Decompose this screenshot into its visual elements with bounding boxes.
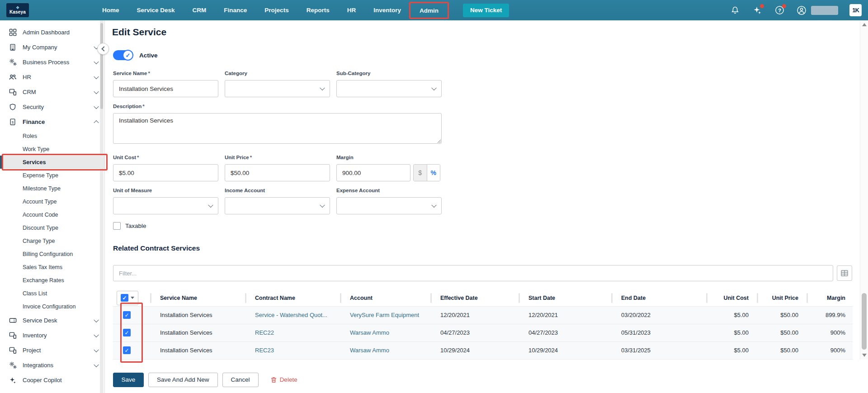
income-account-select[interactable] — [225, 197, 330, 214]
chevron-left-icon — [101, 46, 106, 51]
nav-inventory[interactable]: Inventory — [373, 7, 401, 14]
account-link[interactable]: VerySure Farm Equipment — [350, 312, 419, 318]
kaseya-k-icon[interactable]: 1K — [849, 4, 862, 16]
margin-input[interactable] — [336, 164, 410, 181]
sidebar-scrollbar-thumb[interactable] — [100, 23, 103, 109]
sidebar-item-cooper-copilot[interactable]: Cooper Copilot — [0, 373, 104, 388]
margin-dollar-button[interactable]: $ — [414, 165, 427, 181]
sidebar-item-milestone-type[interactable]: Milestone Type — [0, 182, 104, 195]
account-link[interactable]: Warsaw Ammo — [350, 329, 389, 336]
nav-finance[interactable]: Finance — [224, 7, 247, 14]
sidebar-item-class-list[interactable]: Class List — [0, 287, 104, 300]
copilot-sparkles-icon[interactable] — [752, 5, 763, 16]
nav-home[interactable]: Home — [102, 7, 119, 14]
row-checkbox[interactable]: ✓ — [123, 329, 131, 336]
col-end-date[interactable]: End Date — [610, 290, 705, 306]
nav-reports[interactable]: Reports — [307, 7, 330, 14]
cell-account: Warsaw Ammo — [339, 324, 429, 341]
nav-admin[interactable]: Admin — [420, 7, 439, 14]
page-scrollbar[interactable] — [860, 20, 868, 360]
select-all-checkbox[interactable]: ✓ — [121, 294, 128, 302]
sidebar-item-invoice-configuration[interactable]: Invoice Configuration — [0, 300, 104, 313]
description-textarea[interactable]: Installation Services — [113, 113, 442, 144]
save-and-add-new-button[interactable]: Save And Add New — [148, 373, 218, 387]
sidebar-item-expense-type[interactable]: Expense Type — [0, 169, 104, 182]
active-toggle-label: Active — [139, 52, 158, 59]
sidebar-item-admin-dashboard[interactable]: Admin Dashboard — [0, 25, 104, 40]
nav-crm[interactable]: CRM — [193, 7, 207, 14]
sidebar-item-finance[interactable]: $ Finance — [0, 114, 104, 129]
sidebar-item-billing-configuration[interactable]: Billing Configuration — [0, 247, 104, 260]
contract-link[interactable]: REC22 — [255, 329, 274, 336]
scroll-down-icon[interactable] — [862, 354, 867, 357]
bell-icon[interactable] — [730, 5, 741, 16]
nav-projects[interactable]: Projects — [264, 7, 288, 14]
sidebar-collapse-button[interactable] — [97, 43, 109, 55]
sidebar-item-security[interactable]: Security — [0, 99, 104, 114]
contract-link[interactable]: Service - Watershed Quot... — [255, 312, 327, 318]
sidebar-item-my-company[interactable]: My Company — [0, 40, 104, 55]
help-icon[interactable]: ? — [774, 5, 785, 16]
nav-hr[interactable]: HR — [347, 7, 356, 14]
sidebar-item-exchange-rates[interactable]: Exchange Rates — [0, 274, 104, 287]
kaseya-logo[interactable]: ❖ Kaseya — [6, 3, 29, 17]
edit-service-page: Edit Service ✓ Active Service Name* Cate… — [105, 20, 860, 393]
account-link[interactable]: Warsaw Ammo — [350, 347, 389, 354]
category-select[interactable] — [225, 80, 330, 97]
margin-label: Margin — [336, 155, 410, 161]
row-checkbox[interactable]: ✓ — [123, 311, 131, 319]
sidebar-item-service-desk[interactable]: Service Desk — [0, 313, 104, 328]
sidebar-item-integrations[interactable]: Integrations — [0, 358, 104, 373]
delete-button[interactable]: Delete — [270, 376, 297, 384]
col-service-name[interactable]: Service Name — [149, 290, 244, 306]
sidebar-item-hr[interactable]: HR — [0, 70, 104, 85]
service-name-input[interactable] — [113, 80, 218, 97]
col-contract-name[interactable]: Contract Name — [244, 290, 339, 306]
unit-price-input[interactable] — [225, 164, 330, 181]
margin-percent-button[interactable]: % — [427, 165, 440, 181]
sidebar-item-inventory[interactable]: Inventory — [0, 328, 104, 343]
sidebar-item-sales-tax-items[interactable]: Sales Tax Items — [0, 260, 104, 274]
sidebar-item-crm[interactable]: CRM — [0, 85, 104, 99]
contract-link[interactable]: REC23 — [255, 347, 274, 354]
taxable-checkbox[interactable] — [113, 222, 121, 230]
username-redacted — [811, 6, 838, 15]
new-ticket-button[interactable]: New Ticket — [463, 4, 509, 17]
sidebar-item-charge-type[interactable]: Charge Type — [0, 234, 104, 247]
col-account[interactable]: Account — [339, 290, 429, 306]
cancel-button[interactable]: Cancel — [222, 373, 259, 387]
expense-account-select[interactable] — [336, 197, 442, 214]
col-unit-cost[interactable]: Unit Cost — [705, 290, 756, 306]
sub-category-select[interactable] — [336, 80, 442, 97]
sidebar-item-roles[interactable]: Roles — [0, 129, 104, 142]
dashboard-grid-icon — [8, 28, 17, 37]
column-chooser-icon[interactable] — [837, 265, 852, 281]
select-all-dropdown[interactable]: ✓ — [117, 291, 138, 305]
devices-icon — [8, 88, 17, 96]
profile-icon[interactable] — [796, 5, 807, 16]
col-unit-price[interactable]: Unit Price — [756, 290, 806, 306]
cell-start-date: 12/20/2021 — [518, 306, 610, 324]
sidebar-item-business-process[interactable]: Business Process — [0, 55, 104, 70]
cell-effective-date: 12/20/2021 — [429, 306, 518, 324]
devices-icon — [8, 331, 17, 340]
sidebar-scrollbar[interactable] — [100, 20, 104, 393]
col-start-date[interactable]: Start Date — [518, 290, 610, 306]
sidebar-item-account-code[interactable]: Account Code — [0, 208, 104, 221]
table-filter-input[interactable] — [113, 265, 833, 281]
scroll-up-icon[interactable] — [862, 23, 867, 26]
active-toggle[interactable]: ✓ — [113, 50, 132, 60]
nav-service-desk[interactable]: Service Desk — [137, 7, 175, 14]
sidebar-item-account-type[interactable]: Account Type — [0, 195, 104, 208]
sidebar-item-services[interactable]: Services — [0, 156, 104, 169]
sidebar-item-discount-type[interactable]: Discount Type — [0, 221, 104, 234]
unit-of-measure-select[interactable] — [113, 197, 218, 214]
sidebar-item-work-type[interactable]: Work Type — [0, 142, 104, 156]
scrollbar-thumb[interactable] — [862, 293, 867, 350]
save-button[interactable]: Save — [113, 373, 144, 387]
col-margin[interactable]: Margin — [806, 290, 853, 306]
sidebar-item-project[interactable]: Project — [0, 343, 104, 358]
col-effective-date[interactable]: Effective Date — [429, 290, 518, 306]
row-checkbox[interactable]: ✓ — [123, 346, 131, 354]
unit-cost-input[interactable] — [113, 164, 218, 181]
